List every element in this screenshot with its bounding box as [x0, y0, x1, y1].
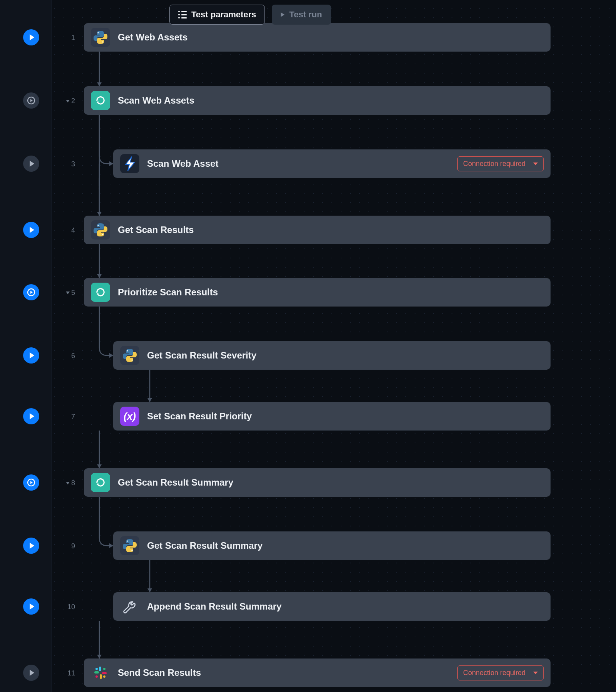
- step-title: Prioritize Scan Results: [118, 287, 544, 298]
- python-icon: [91, 28, 110, 47]
- workflow-step[interactable]: Get Scan Result Summary: [84, 468, 551, 497]
- toolbar: Test parameters Test run: [169, 5, 331, 25]
- connection-required-badge[interactable]: Connection required: [457, 156, 544, 171]
- workflow-step[interactable]: Get Scan Result Summary: [113, 531, 551, 560]
- test-run-button[interactable]: Test run: [272, 5, 331, 25]
- play-icon: [30, 670, 34, 676]
- collapse-caret-icon: [66, 482, 70, 484]
- workflow-step[interactable]: Scan Web AssetConnection required: [113, 149, 551, 178]
- workflow-step[interactable]: Send Scan ResultsConnection required: [84, 658, 551, 687]
- workflow-step[interactable]: Get Scan Result Severity: [113, 341, 551, 370]
- step-title: Scan Web Asset: [147, 158, 450, 169]
- loop-icon: [91, 283, 110, 302]
- step-title: Get Scan Results: [118, 225, 544, 235]
- play-icon: [30, 352, 34, 359]
- chevron-down-icon: [533, 672, 538, 674]
- collapse-caret-icon: [66, 292, 70, 294]
- workflow-step[interactable]: Get Scan Results: [84, 216, 551, 244]
- workflow-step[interactable]: Get Web Assets: [84, 23, 551, 52]
- chevron-down-icon: [533, 163, 538, 165]
- python-icon: [120, 346, 139, 365]
- run-step-button[interactable]: [23, 29, 39, 45]
- play-icon: [30, 227, 34, 233]
- step-title: Set Scan Result Priority: [147, 411, 544, 422]
- loop-play-icon: [26, 96, 36, 106]
- play-icon: [281, 12, 285, 17]
- step-title: Get Scan Result Summary: [118, 477, 544, 488]
- loop-icon: [91, 91, 110, 110]
- step-number: 3: [60, 160, 75, 168]
- variable-icon: (x): [120, 407, 139, 426]
- connection-required-badge[interactable]: Connection required: [457, 665, 544, 680]
- step-number: 9: [60, 542, 75, 550]
- step-number: 1: [60, 34, 75, 42]
- python-icon: [91, 220, 110, 240]
- workflow-step[interactable]: Append Scan Result Summary: [113, 592, 551, 621]
- workflow-step[interactable]: Scan Web Assets: [84, 86, 551, 115]
- workflow-step[interactable]: Prioritize Scan Results: [84, 278, 551, 307]
- play-icon: [30, 161, 34, 167]
- step-number: 6: [60, 352, 75, 360]
- step-number: 10: [60, 603, 75, 611]
- loop-play-icon: [26, 287, 36, 297]
- slack-icon: [91, 663, 110, 682]
- play-icon: [30, 543, 34, 549]
- collapse-caret-icon: [66, 100, 70, 102]
- python-icon: [120, 536, 139, 555]
- run-loop-button[interactable]: [23, 474, 39, 491]
- run-step-button[interactable]: [23, 408, 39, 424]
- test-parameters-label: Test parameters: [191, 10, 256, 20]
- loop-icon: [91, 473, 110, 492]
- play-icon: [30, 603, 34, 610]
- test-parameters-button[interactable]: Test parameters: [169, 5, 265, 25]
- step-title: Get Scan Result Summary: [147, 540, 544, 551]
- step-number[interactable]: 2: [60, 97, 75, 105]
- step-title: Get Web Assets: [118, 32, 544, 43]
- run-step-button[interactable]: [23, 598, 39, 615]
- test-run-label: Test run: [289, 10, 322, 20]
- run-step-button[interactable]: [23, 222, 39, 238]
- run-loop-button[interactable]: [23, 284, 39, 300]
- step-number: 7: [60, 413, 75, 421]
- loop-play-icon: [26, 478, 36, 488]
- run-step-button[interactable]: [23, 665, 39, 681]
- step-number[interactable]: 8: [60, 479, 75, 487]
- wrench-icon: [120, 597, 139, 616]
- lightning-icon: [120, 154, 139, 173]
- workflow-step[interactable]: (x)Set Scan Result Priority: [113, 402, 551, 431]
- step-title: Get Scan Result Severity: [147, 350, 544, 361]
- run-step-button[interactable]: [23, 156, 39, 172]
- step-number: 11: [60, 669, 75, 677]
- play-icon: [30, 413, 34, 419]
- step-title: Append Scan Result Summary: [147, 601, 544, 612]
- list-icon: [178, 11, 187, 18]
- play-icon: [30, 34, 34, 40]
- step-number: 4: [60, 226, 75, 235]
- step-number[interactable]: 5: [60, 289, 75, 297]
- run-loop-button[interactable]: [23, 92, 39, 109]
- run-step-button[interactable]: [23, 538, 39, 554]
- step-title: Scan Web Assets: [118, 95, 544, 106]
- step-title: Send Scan Results: [118, 667, 450, 678]
- run-step-button[interactable]: [23, 347, 39, 364]
